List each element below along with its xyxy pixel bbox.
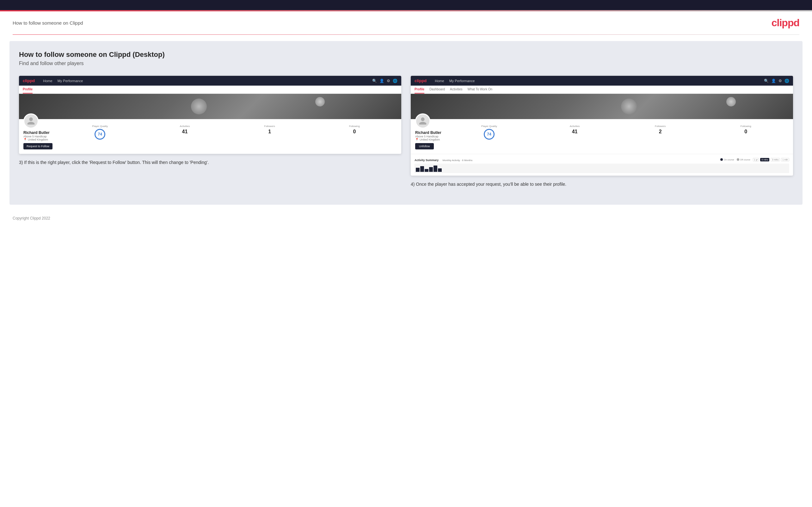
settings-icon-2[interactable]: ⚙ [778, 79, 782, 83]
activity-subtitle: Monthly Activity · 6 Months [442, 159, 472, 162]
filter-3mths[interactable]: 3 mths [771, 158, 780, 161]
mockup-2-activity: Activity Summary Monthly Activity · 6 Mo… [411, 154, 793, 176]
legend-offcourse: Off course [737, 158, 750, 161]
mockup-2-nav-home[interactable]: Home [435, 79, 444, 83]
stat-followers-1: Followers 1 [227, 125, 312, 150]
stat-following-1: Following 0 [312, 125, 397, 150]
tab-activities[interactable]: Activities [450, 88, 462, 94]
page-heading: How to follow someone on Clippd (Desktop… [19, 51, 793, 59]
description-3: 3) If this is the right player, click th… [19, 159, 401, 166]
tab-profile[interactable]: Profile [23, 88, 33, 94]
stat-quality-2: Player Quality 74 [447, 125, 532, 150]
legend-dot-offcourse [737, 158, 739, 161]
chart-bar-1 [416, 168, 420, 172]
chart-bar-6 [438, 168, 442, 172]
activity-filters: 1 yr 6 mths 3 mths 1 mth [753, 158, 789, 161]
quality-circle-2: 74 [484, 129, 495, 139]
tab-whattoworkon[interactable]: What To Work On [468, 88, 493, 94]
tab-dashboard[interactable]: Dashboard [429, 88, 445, 94]
header-divider [13, 35, 799, 35]
activity-chart [414, 164, 789, 173]
stat-following-2: Following 0 [703, 125, 789, 150]
filter-1yr[interactable]: 1 yr [753, 158, 759, 161]
player-location-1: 📍 United Kingdom [23, 138, 52, 141]
quality-circle-1: 74 [95, 129, 105, 139]
globe-icon[interactable]: 🌐 [393, 79, 398, 83]
chart-bar-2 [420, 166, 424, 172]
main-content: How to follow someone on Clippd (Desktop… [9, 41, 803, 205]
page-subheading: Find and follow other players [19, 61, 793, 66]
tab-profile-2[interactable]: Profile [414, 88, 424, 94]
description-4: 4) Once the player has accepted your req… [411, 181, 793, 188]
legend-dot-oncourse [720, 158, 723, 161]
mockup-2-banner [411, 94, 793, 119]
banner-circle-4 [726, 97, 736, 106]
stat-followers-2: Followers 2 [617, 125, 703, 150]
screenshots-row: clippd Home My Performance 🔍 👤 ⚙ 🌐 Profi… [19, 76, 793, 188]
mockup-1-banner [19, 94, 401, 119]
stat-activities-2: Activities 41 [532, 125, 617, 150]
logo: clippd [771, 17, 799, 29]
mockup-2-profile: Richard Butler Above 5 Handicap 📍 United… [411, 119, 793, 154]
mockup-1-nav-icons: 🔍 👤 ⚙ 🌐 [372, 79, 398, 83]
activity-header: Activity Summary Monthly Activity · 6 Mo… [414, 157, 789, 162]
globe-icon-2[interactable]: 🌐 [784, 79, 789, 83]
player-hcp-2: Above 5 Handicap [415, 135, 442, 138]
player-name-2: Richard Butler [415, 130, 442, 135]
location-icon-2: 📍 [415, 138, 419, 141]
avatar-1 [23, 113, 39, 128]
player-name-1: Richard Butler [23, 130, 52, 135]
mockup-1-nav-myperformance[interactable]: My Performance [58, 79, 83, 83]
stat-activities-1: Activities 41 [142, 125, 227, 150]
mockup-2-nav: clippd Home My Performance 🔍 👤 ⚙ 🌐 [411, 76, 793, 86]
chart-bar-4 [429, 167, 433, 172]
stat-quality-1: Player Quality 74 [58, 125, 142, 150]
unfollow-button[interactable]: Unfollow [415, 143, 434, 150]
copyright: Copyright Clippd 2022 [13, 216, 50, 221]
player-location-2: 📍 United Kingdom [415, 138, 442, 141]
screenshot-col-2: clippd Home My Performance 🔍 👤 ⚙ 🌐 Profi… [411, 76, 793, 188]
search-icon-2[interactable]: 🔍 [764, 79, 769, 83]
mockup-2-nav-icons: 🔍 👤 ⚙ 🌐 [764, 79, 789, 83]
user-icon-2[interactable]: 👤 [771, 79, 776, 83]
mockup-1-tabs: Profile [19, 86, 401, 94]
player-hcp-1: Above 5 Handicap [23, 135, 52, 138]
request-to-follow-button[interactable]: Request to Follow [23, 143, 52, 150]
filter-1mth[interactable]: 1 mth [781, 158, 789, 161]
top-bar [0, 0, 812, 10]
header: How to follow someone on Clippd clippd [0, 11, 812, 35]
mockup-1-banner-img [19, 94, 401, 119]
mockup-2: clippd Home My Performance 🔍 👤 ⚙ 🌐 Profi… [411, 76, 793, 176]
mockup-1-nav-home[interactable]: Home [43, 79, 52, 83]
activity-title: Activity Summary [414, 159, 439, 162]
screenshot-col-1: clippd Home My Performance 🔍 👤 ⚙ 🌐 Profi… [19, 76, 401, 188]
mockup-1-nav: clippd Home My Performance 🔍 👤 ⚙ 🌐 [19, 76, 401, 86]
avatar-2 [415, 113, 430, 128]
mockup-2-nav-myperformance[interactable]: My Performance [449, 79, 475, 83]
settings-icon[interactable]: ⚙ [387, 79, 390, 83]
user-icon[interactable]: 👤 [379, 79, 384, 83]
header-title: How to follow someone on Clippd [13, 20, 83, 25]
mockup-2-banner-img [411, 94, 793, 119]
banner-circle-1 [191, 99, 207, 114]
location-icon-1: 📍 [23, 138, 27, 141]
chart-bar-3 [425, 169, 428, 172]
mockup-1-profile: Richard Butler Above 5 Handicap 📍 United… [19, 119, 401, 154]
chart-bar-5 [434, 166, 437, 172]
mockup-2-tabs: Profile Dashboard Activities What To Wor… [411, 86, 793, 94]
mockup-1: clippd Home My Performance 🔍 👤 ⚙ 🌐 Profi… [19, 76, 401, 154]
search-icon[interactable]: 🔍 [372, 79, 377, 83]
footer: Copyright Clippd 2022 [0, 211, 812, 226]
legend-oncourse: On course [720, 158, 734, 161]
banner-circle-3 [621, 99, 637, 114]
mockup-1-logo: clippd [23, 78, 35, 83]
activity-legend: On course Off course [720, 158, 750, 161]
filter-6mths[interactable]: 6 mths [760, 158, 769, 161]
mockup-2-logo: clippd [414, 78, 426, 83]
banner-circle-2 [315, 97, 325, 106]
